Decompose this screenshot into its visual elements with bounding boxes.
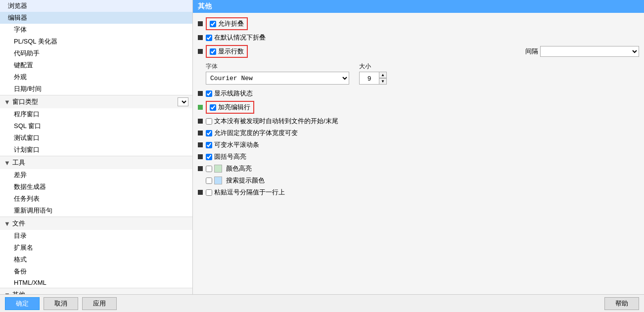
font-group: 字体 Courier New	[206, 62, 349, 85]
setting-highlight-edit: 加亮编辑行	[198, 99, 639, 115]
label-search-hint[interactable]: 搜索提示颜色	[206, 176, 265, 185]
setting-show-line-status: 显示线路状态	[198, 88, 639, 99]
label-show-line-status[interactable]: 显示线路状态	[206, 89, 253, 98]
marker-show-linecount	[198, 49, 203, 54]
sidebar-subitem-codeassist[interactable]: 代码助手	[0, 47, 192, 59]
checkbox-allow-variable[interactable]	[206, 130, 212, 136]
sidebar-group-other[interactable]: ▼ 其他	[0, 288, 192, 294]
label-show-linecount[interactable]: 显示行数	[210, 47, 244, 56]
label-bracket-highlight[interactable]: 圆括号高亮	[206, 152, 246, 161]
marker-variable-scrollbar	[198, 142, 203, 147]
size-spinner: ▲ ▼	[379, 72, 387, 85]
checkbox-show-line-status[interactable]	[206, 90, 212, 97]
size-up-button[interactable]: ▲	[379, 72, 387, 78]
marker-show-line-status	[198, 91, 203, 96]
sidebar-subitem-program-window[interactable]: 程序窗口	[0, 108, 192, 120]
marker-highlight-edit	[198, 105, 203, 110]
checkbox-color-highlight[interactable]	[206, 166, 212, 172]
size-input[interactable]	[359, 72, 379, 85]
sidebar-subitem-datagenerator[interactable]: 数据生成器	[0, 181, 192, 193]
label-auto-jump[interactable]: 文本没有被发现时自动转到文件的开始/末尾	[206, 117, 338, 126]
label-color-highlight[interactable]: 颜色高亮	[206, 164, 252, 173]
main-container: 浏览器 编辑器 字体 PL/SQL 美化器 代码助手 键配置 外观 日期/时间 …	[0, 0, 644, 294]
label-allow-fold[interactable]: 允许折叠	[210, 19, 244, 28]
font-select[interactable]: Courier New	[206, 72, 349, 85]
interval-label: 间隔	[525, 47, 538, 56]
size-down-button[interactable]: ▼	[379, 78, 387, 85]
section-title: 其他	[193, 0, 644, 13]
swatch-color-highlight	[214, 165, 222, 173]
checkbox-bracket-highlight[interactable]	[206, 154, 212, 160]
interval-dropdown[interactable]	[540, 46, 639, 57]
label-fold-default[interactable]: 在默认情况下折叠	[206, 33, 266, 42]
marker-paste-csv	[198, 190, 203, 195]
help-button[interactable]: 帮助	[604, 297, 639, 310]
checkbox-search-hint[interactable]	[206, 178, 212, 184]
size-input-row: ▲ ▼	[359, 72, 387, 85]
sidebar-subitem-keybind[interactable]: 键配置	[0, 59, 192, 71]
label-allow-variable[interactable]: 允许固定宽度的字体宽度可变	[206, 129, 298, 137]
setting-bracket-highlight: 圆括号高亮	[198, 151, 639, 163]
sidebar-subitem-test-window[interactable]: 测试窗口	[0, 132, 192, 144]
font-label: 字体	[206, 62, 349, 71]
sidebar-subitem-tasklist[interactable]: 任务列表	[0, 193, 192, 205]
marker-allow-fold	[198, 21, 203, 26]
checkbox-paste-csv[interactable]	[206, 189, 212, 196]
setting-fold-default: 在默认情况下折叠	[198, 32, 639, 44]
tools-group-arrow: ▼	[4, 159, 10, 167]
ok-button[interactable]: 确定	[5, 297, 40, 310]
window-type-dropdown[interactable]	[178, 97, 188, 106]
sidebar-group-tools[interactable]: ▼ 工具	[0, 156, 192, 169]
sidebar-subitem-backup[interactable]: 备份	[0, 266, 192, 277]
bottom-bar: 确定 取消 应用 帮助	[0, 294, 644, 312]
checkbox-allow-fold[interactable]	[210, 21, 216, 27]
sidebar-item-editor[interactable]: 编辑器	[0, 12, 192, 24]
file-group-arrow: ▼	[4, 220, 10, 227]
sidebar-subitem-appearance[interactable]: 外观	[0, 71, 192, 83]
checkbox-variable-scrollbar[interactable]	[206, 142, 212, 148]
swatch-search-hint	[214, 177, 222, 184]
sidebar-subitem-htmlxml[interactable]: HTML/XML	[0, 277, 192, 288]
sidebar-subitem-sql-window[interactable]: SQL 窗口	[0, 120, 192, 132]
label-variable-scrollbar[interactable]: 可变水平滚动条	[206, 140, 259, 149]
sidebar-subitem-ext[interactable]: 扩展名	[0, 242, 192, 254]
label-highlight-edit[interactable]: 加亮编辑行	[210, 103, 250, 112]
sidebar-subitem-format[interactable]: 格式	[0, 254, 192, 266]
sidebar-subitem-datetime[interactable]: 日期/时间	[0, 83, 192, 95]
highlight-allow-fold: 允许折叠	[206, 17, 248, 30]
label-paste-csv[interactable]: 粘贴逗号分隔值于一行上	[206, 188, 285, 197]
setting-show-linecount: 显示行数 间隔	[198, 44, 639, 59]
font-row: 字体 Courier New 大小 ▲ ▼	[198, 62, 639, 85]
sidebar-subitem-font[interactable]: 字体	[0, 24, 192, 36]
marker-fold-default	[198, 35, 203, 40]
sidebar-group-window[interactable]: ▼ 窗口类型	[0, 95, 192, 108]
setting-allow-fold: 允许折叠	[198, 16, 639, 32]
checkbox-highlight-edit[interactable]	[210, 104, 216, 111]
sidebar-subitem-plsql[interactable]: PL/SQL 美化器	[0, 36, 192, 47]
sidebar-item-browser[interactable]: 浏览器	[0, 0, 192, 12]
checkbox-fold-default[interactable]	[206, 35, 212, 41]
marker-allow-variable	[198, 131, 203, 135]
checkbox-show-linecount[interactable]	[210, 48, 216, 55]
setting-allow-variable: 允许固定宽度的字体宽度可变	[198, 127, 639, 139]
sidebar-subitem-diff[interactable]: 差异	[0, 169, 192, 181]
setting-variable-scrollbar: 可变水平滚动条	[198, 139, 639, 151]
sidebar-subitem-recall[interactable]: 重新调用语句	[0, 205, 192, 217]
cancel-button[interactable]: 取消	[44, 297, 78, 310]
marker-bracket-highlight	[198, 154, 203, 159]
setting-search-hint: 搜索提示颜色	[198, 175, 639, 186]
setting-color-highlight: 颜色高亮	[198, 163, 639, 175]
marker-auto-jump	[198, 119, 203, 124]
sidebar-subitem-dir[interactable]: 目录	[0, 230, 192, 242]
content-area: 其他 允许折叠 在默认情况下折叠	[193, 0, 644, 294]
window-group-arrow: ▼	[4, 98, 10, 106]
setting-paste-csv: 粘贴逗号分隔值于一行上	[198, 186, 639, 198]
sidebar-subitem-plan-window[interactable]: 计划窗口	[0, 144, 192, 156]
marker-color-highlight	[198, 166, 203, 171]
highlight-edit-line: 加亮编辑行	[206, 101, 254, 114]
sidebar-group-file[interactable]: ▼ 文件	[0, 217, 192, 230]
apply-button[interactable]: 应用	[82, 297, 117, 310]
settings-area: 允许折叠 在默认情况下折叠 显示行数	[193, 13, 644, 201]
checkbox-auto-jump[interactable]	[206, 118, 212, 125]
size-group: 大小 ▲ ▼	[359, 62, 387, 85]
